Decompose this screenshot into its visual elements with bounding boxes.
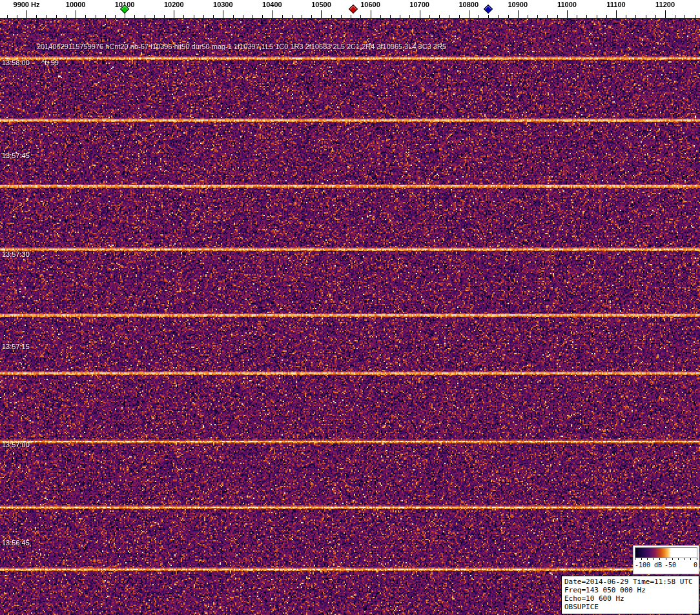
minor-tick — [302, 15, 302, 18]
blue-marker[interactable] — [484, 5, 493, 14]
minor-tick — [429, 15, 430, 18]
major-tick — [665, 10, 666, 18]
minor-tick — [449, 15, 449, 18]
legend-label-min: -100 dB — [635, 561, 662, 569]
minor-tick — [134, 15, 135, 18]
minor-tick — [488, 15, 489, 18]
minor-tick — [390, 15, 391, 18]
minor-tick — [96, 15, 96, 18]
freq-tick-label: 10400 — [262, 1, 282, 8]
minor-tick — [557, 15, 558, 18]
legend-tick — [654, 558, 654, 560]
minor-tick — [331, 15, 332, 18]
minor-tick — [213, 15, 214, 18]
legend-tick — [659, 558, 660, 560]
legend-label-max: 0 — [694, 561, 697, 569]
minor-tick — [685, 15, 685, 18]
freq-tick-label: 11200 — [655, 1, 675, 8]
minor-tick — [537, 15, 538, 18]
minor-tick — [17, 15, 17, 18]
minor-tick — [56, 15, 57, 18]
time-tick-label: 13:58:00 — [2, 59, 30, 66]
freq-tick-label: 11000 — [557, 1, 577, 8]
frequency-ruler[interactable]: 9900 Hz100001010010200103001040010500106… — [0, 0, 700, 19]
minor-tick — [498, 15, 499, 18]
event-annotation: 20140629115759976 hCnt20 nb-67 f10396 hi… — [37, 43, 446, 50]
info-date-line: Date=2014-06-29 Time=11:58 UTC — [564, 578, 696, 586]
freq-tick-label: 10000 — [66, 1, 86, 8]
info-echo-line: Echo=10 600 Hz — [564, 594, 696, 603]
minor-tick — [292, 15, 293, 18]
legend-label-mid: -50 — [664, 561, 676, 569]
minor-tick — [203, 15, 204, 18]
major-tick — [26, 10, 27, 18]
time-tick-label: 13:57:15 — [2, 343, 30, 350]
minor-tick — [577, 15, 577, 18]
minor-tick — [528, 15, 528, 18]
red-marker[interactable] — [349, 5, 358, 14]
minor-tick — [66, 15, 67, 18]
intensity-legend: -100 dB -50 0 — [633, 545, 699, 574]
major-tick — [76, 10, 76, 18]
legend-tick — [666, 558, 666, 560]
minor-tick — [164, 15, 165, 18]
minor-tick — [586, 15, 587, 18]
minor-tick — [46, 15, 46, 18]
freq-tick-label: 10900 — [508, 1, 528, 8]
minor-tick — [547, 15, 548, 18]
minor-tick — [606, 15, 607, 18]
minor-tick — [597, 15, 597, 18]
minor-tick — [7, 15, 8, 18]
freq-tick-label: 10600 — [360, 1, 380, 8]
major-tick — [272, 10, 273, 18]
minor-tick — [145, 15, 145, 18]
minor-tick — [626, 15, 626, 18]
minor-tick — [380, 15, 381, 18]
minor-tick — [36, 15, 37, 18]
time-tick-label: 13:57:00 — [2, 441, 30, 449]
major-tick — [616, 10, 617, 18]
minor-tick — [311, 15, 312, 18]
info-station-line: OBSUPICE — [564, 603, 696, 611]
legend-tick — [678, 558, 679, 560]
colormap-gradient-bar — [635, 547, 697, 558]
minor-tick — [439, 15, 440, 18]
minor-tick — [233, 15, 234, 18]
minor-tick — [646, 15, 646, 18]
spectrogram-canvas[interactable] — [0, 19, 700, 615]
legend-tick — [697, 558, 697, 560]
minor-tick — [115, 15, 116, 18]
observation-info-box: Date=2014-06-29 Time=11:58 UTC Freq=143 … — [561, 576, 699, 614]
minor-tick — [459, 15, 460, 18]
legend-tick — [672, 558, 673, 560]
major-tick — [223, 10, 223, 18]
major-tick — [321, 10, 322, 18]
freq-tick-label: 10200 — [164, 1, 184, 8]
minor-tick — [675, 15, 675, 18]
time-tick-label: 13:56:45 — [2, 539, 30, 547]
legend-tick — [647, 558, 648, 560]
freq-tick-label: 10300 — [213, 1, 233, 8]
legend-tick — [690, 558, 691, 560]
legend-tick — [685, 558, 685, 560]
major-tick — [567, 10, 568, 18]
minor-tick — [262, 15, 263, 18]
spectrogram-window: 9900 Hz100001010010200103001040010500106… — [0, 0, 700, 615]
minor-tick — [183, 15, 184, 18]
major-tick — [469, 10, 469, 18]
minor-tick — [508, 15, 509, 18]
minor-tick — [341, 15, 342, 18]
minor-tick — [400, 15, 400, 18]
legend-tick — [641, 558, 642, 560]
minor-tick — [409, 15, 410, 18]
major-tick — [174, 10, 174, 18]
major-tick — [371, 10, 371, 18]
freq-tick-label: 10700 — [409, 1, 429, 8]
minor-tick — [655, 15, 656, 18]
minor-tick — [282, 15, 283, 18]
major-tick — [420, 10, 420, 18]
info-freq-line: Freq=143 050 000 Hz — [564, 586, 696, 594]
minor-tick — [635, 15, 636, 18]
legend-tick — [635, 558, 635, 560]
freq-tick-label: 10500 — [311, 1, 331, 8]
